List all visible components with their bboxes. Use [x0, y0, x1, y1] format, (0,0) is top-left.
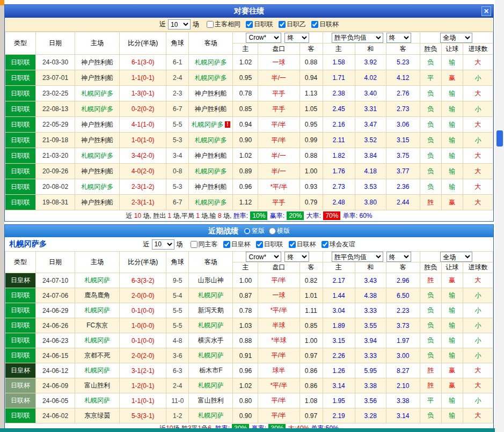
result-wdl: 负	[420, 348, 441, 363]
result-goals: 小	[463, 70, 493, 86]
recent-provider-select[interactable]: Crow*	[246, 252, 281, 262]
asian-handicap: 平/半	[258, 408, 300, 423]
match-row: 日联杯24-06-05札幌冈萨1-1(0-1)11-0富山胜利0.80平/半1.…	[5, 393, 493, 408]
recent-count-select[interactable]: 10	[152, 239, 174, 250]
col-date: 日期	[36, 32, 75, 55]
asian-home-odds: 0.78	[233, 86, 258, 101]
result-goals: 大	[463, 117, 493, 133]
euro-draw-odds: 4.18	[355, 164, 386, 179]
result-goals: 大	[463, 378, 493, 393]
result-handicap: 赢	[441, 273, 463, 288]
filter-checkbox[interactable]	[223, 241, 230, 248]
match-date: 23-07-01	[36, 70, 75, 86]
view-option[interactable]: 横版	[269, 226, 290, 236]
match-date: 20-08-02	[36, 179, 75, 195]
col-letgoal: 让球	[441, 43, 463, 55]
view-radio[interactable]	[244, 228, 251, 235]
filter-option[interactable]: 同主客	[191, 240, 218, 249]
filter-label: 日联杯	[297, 240, 316, 249]
filter-option[interactable]: 主客相同	[207, 20, 240, 29]
h2h-euro-final-select[interactable]: 终	[386, 33, 411, 43]
score-halftime: 2-0(0-0)	[120, 288, 166, 303]
filter-checkbox[interactable]	[256, 241, 263, 248]
view-option[interactable]: 竖版	[244, 226, 265, 236]
view-radio[interactable]	[269, 228, 276, 235]
match-row: 日职联20-08-02札幌冈萨多2-3(1-2)5-3神户胜利船0.96*平/半…	[5, 179, 493, 195]
close-icon: ✕	[484, 8, 489, 15]
score-halftime: 2-3(1-2)	[120, 179, 166, 195]
h2h-count-select[interactable]: 10	[168, 19, 191, 30]
euro-draw-odds: 3.55	[355, 318, 386, 333]
euro-draw-odds: 3.28	[355, 408, 386, 423]
corner-count: 5-3	[166, 179, 189, 195]
score-halftime: 1-1(0-1)	[120, 393, 166, 408]
asian-handicap: 平手	[258, 86, 300, 101]
home-team: 神户胜利船	[75, 117, 120, 133]
euro-away-odds: 3.00	[386, 348, 420, 363]
filter-checkbox[interactable]	[289, 241, 296, 248]
recent-title: 近期战绩	[208, 226, 238, 236]
league-badge: 日职联	[5, 117, 36, 133]
result-goals: 小	[463, 101, 493, 117]
league-badge: 日职联	[5, 333, 36, 348]
result-goals: 大	[463, 86, 493, 101]
filter-checkbox[interactable]	[322, 241, 328, 248]
recent-euro-final-select[interactable]: 终	[386, 252, 411, 262]
euro-home-odds: 1.44	[323, 288, 355, 303]
filter-checkbox[interactable]	[279, 21, 286, 28]
euro-away-odds: 2.44	[386, 195, 420, 210]
result-goals: 小	[463, 133, 493, 148]
score-halftime: 1-2(0-1)	[120, 378, 166, 393]
recent-scope-select[interactable]: 全场	[440, 252, 472, 262]
col-home: 主场	[75, 32, 120, 55]
asian-away-odds: 0.86	[300, 378, 323, 393]
home-team: 鹿岛鹿角	[75, 288, 120, 303]
scrollbar-track[interactable]	[495, 0, 504, 432]
filter-option[interactable]: 日联杯	[289, 240, 316, 249]
h2h-euro-avg-select[interactable]: 胜平负均值	[332, 33, 383, 43]
games-label: 场	[177, 240, 183, 249]
col-euro-away: 客	[386, 43, 420, 55]
result-wdl: 负	[420, 288, 441, 303]
filter-checkbox[interactable]	[207, 21, 214, 28]
stat-text: 单率:	[343, 212, 360, 219]
league-badge: 日职联	[5, 288, 36, 303]
league-badge: 日职联	[5, 133, 36, 148]
score-halftime: 4-1(1-0)	[120, 117, 166, 133]
filter-checkbox[interactable]	[246, 21, 253, 28]
filter-option[interactable]: 日职联	[246, 20, 273, 29]
league-badge: 日职联	[5, 318, 36, 333]
corner-count: 11-0	[166, 393, 189, 408]
filter-option[interactable]: 日职联	[256, 240, 283, 249]
recent-euro-avg-select[interactable]: 胜平负均值	[332, 252, 383, 262]
stat-text: 1	[196, 212, 200, 219]
filter-checkbox[interactable]	[311, 21, 318, 28]
recent-league-filters: 同主客日皇杯日职联日联杯球会友谊	[185, 240, 355, 249]
asian-handicap: *平/半	[258, 378, 300, 393]
col-away: 客场	[189, 252, 233, 273]
h2h-provider-select[interactable]: Crow*	[246, 33, 281, 43]
filter-option[interactable]: 球会友谊	[322, 240, 355, 249]
view-mode-radios: 竖版横版	[244, 226, 290, 236]
filter-option[interactable]: 日职乙	[279, 20, 306, 29]
euro-home-odds: 2.38	[323, 86, 355, 101]
asian-handicap: 一球	[258, 55, 300, 70]
corner-count: 5-4	[166, 288, 189, 303]
filter-checkbox[interactable]	[191, 241, 198, 248]
asian-away-odds: 0.97	[300, 348, 323, 363]
result-goals: 大	[463, 164, 493, 179]
filter-option[interactable]: 日联杯	[311, 20, 339, 29]
h2h-scope-select[interactable]: 全场	[440, 33, 472, 43]
filter-option[interactable]: 日皇杯	[223, 240, 251, 249]
match-row: 日职联19-08-31神户胜利船2-3(1-1)6-7札幌冈萨多1.12平手0.…	[5, 195, 493, 210]
asian-handicap: *平/半	[258, 303, 300, 318]
away-team: 札幌冈萨多!	[189, 117, 233, 133]
home-team: 札幌冈萨多	[75, 101, 120, 117]
close-button[interactable]: ✕	[481, 6, 491, 16]
league-badge: 日职联	[5, 348, 36, 363]
col-asian-away: 客	[300, 262, 323, 273]
filter-label: 主客相同	[215, 20, 240, 29]
h2h-asian-final-select[interactable]: 终	[284, 33, 309, 43]
scrollbar-thumb[interactable]	[496, 130, 503, 147]
recent-asian-final-select[interactable]: 终	[284, 252, 309, 262]
